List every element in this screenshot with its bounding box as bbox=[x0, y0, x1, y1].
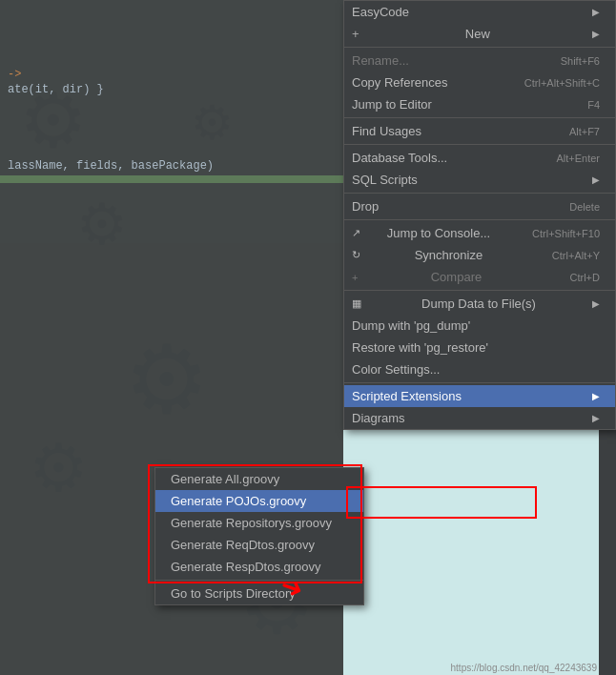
shortcut-label: Ctrl+Alt+Shift+C bbox=[524, 77, 600, 89]
menu-label: Drop bbox=[352, 199, 379, 214]
menu-item-find-usages[interactable]: Find Usages Alt+F7 bbox=[344, 120, 615, 142]
scripted-extensions-submenu: Generate All.groovy Generate POJOs.groov… bbox=[154, 467, 364, 605]
submenu-item-label: Go to Scripts Directory bbox=[171, 586, 296, 601]
menu-item-restore-pgrestore[interactable]: Restore with 'pg_restore' bbox=[344, 337, 615, 358]
menu-item-diagrams[interactable]: Diagrams ▶ bbox=[344, 407, 615, 429]
menu-label: Rename... bbox=[352, 53, 409, 68]
shortcut-label: Ctrl+Alt+Y bbox=[552, 250, 600, 261]
submenu-item-label: Generate Repositorys.groovy bbox=[171, 516, 332, 530]
menu-separator bbox=[344, 144, 615, 145]
menu-separator bbox=[344, 193, 615, 194]
submenu-arrow-icon: ▶ bbox=[592, 7, 600, 17]
jump-icon: ↗ bbox=[352, 227, 360, 239]
menu-label: Copy References bbox=[352, 75, 447, 90]
dump-icon: ▦ bbox=[352, 297, 361, 310]
menu-label: Restore with 'pg_restore' bbox=[352, 340, 488, 355]
plus-icon: + bbox=[352, 27, 359, 41]
menu-item-easycode[interactable]: EasyCode ▶ bbox=[344, 1, 615, 23]
menu-label: Dump Data to File(s) bbox=[421, 297, 536, 311]
code-line: -> bbox=[0, 67, 343, 82]
menu-item-scripted-extensions[interactable]: Scripted Extensions ▶ bbox=[344, 385, 615, 407]
menu-item-copy-references[interactable]: Copy References Ctrl+Alt+Shift+C bbox=[344, 72, 615, 93]
submenu-arrow-icon: ▶ bbox=[592, 29, 600, 39]
submenu-arrow-icon: ▶ bbox=[592, 174, 600, 185]
menu-label: New bbox=[465, 27, 490, 41]
submenu-arrow-icon: ▶ bbox=[592, 298, 600, 309]
menu-label: Database Tools... bbox=[352, 151, 447, 165]
menu-item-drop[interactable]: Drop Delete bbox=[344, 195, 615, 217]
submenu-item-label: Generate RespDtos.groovy bbox=[171, 560, 321, 574]
shortcut-label: Ctrl+D bbox=[570, 272, 600, 283]
menu-item-database-tools[interactable]: Database Tools... Alt+Enter bbox=[344, 147, 615, 169]
submenu-arrow-icon: ▶ bbox=[592, 391, 600, 401]
menu-label: SQL Scripts bbox=[352, 173, 418, 187]
submenu-item-label: Generate All.groovy bbox=[171, 472, 279, 486]
code-line: lassName, fields, basePackage) bbox=[0, 158, 343, 174]
menu-label: Synchronize bbox=[415, 248, 483, 262]
code-line bbox=[0, 97, 343, 112]
menu-item-dump-data[interactable]: ▦ Dump Data to File(s) ▶ bbox=[344, 293, 615, 315]
menu-item-dump-pgdump[interactable]: Dump with 'pg_dump' bbox=[344, 315, 615, 337]
submenu-item-generate-reqdtos[interactable]: Generate ReqDtos.groovy bbox=[155, 534, 363, 556]
menu-label: EasyCode bbox=[352, 5, 409, 19]
menu-label: Scripted Extensions bbox=[352, 389, 462, 403]
menu-item-rename[interactable]: Rename... Shift+F6 bbox=[344, 50, 615, 72]
menu-item-synchronize[interactable]: ↻ Synchronize Ctrl+Alt+Y bbox=[344, 244, 615, 266]
compare-icon: + bbox=[352, 272, 358, 283]
menu-separator bbox=[344, 47, 615, 48]
menu-item-color-settings[interactable]: Color Settings... bbox=[344, 358, 615, 380]
code-line bbox=[0, 143, 343, 158]
shortcut-label: F4 bbox=[587, 99, 600, 111]
menu-item-jump-to-console[interactable]: ↗ Jump to Console... Ctrl+Shift+F10 bbox=[344, 222, 615, 244]
menu-item-compare[interactable]: + Compare Ctrl+D bbox=[344, 266, 615, 288]
submenu-item-generate-respdtos[interactable]: Generate RespDtos.groovy bbox=[155, 556, 363, 578]
menu-separator bbox=[344, 290, 615, 291]
menu-label: Jump to Console... bbox=[387, 226, 490, 240]
submenu-arrow-icon: ▶ bbox=[592, 413, 600, 423]
sync-icon: ↻ bbox=[352, 249, 360, 261]
menu-label: Jump to Editor bbox=[352, 97, 432, 112]
code-line bbox=[0, 112, 343, 128]
code-line bbox=[0, 128, 343, 143]
menu-label: Dump with 'pg_dump' bbox=[352, 318, 470, 333]
submenu-item-generate-pojos[interactable]: Generate POJOs.groovy bbox=[155, 490, 363, 512]
menu-item-new[interactable]: + New ▶ bbox=[344, 23, 615, 45]
context-menu: EasyCode ▶ + New ▶ Rename... Shift+F6 Co… bbox=[343, 0, 616, 430]
menu-separator bbox=[344, 219, 615, 220]
shortcut-label: Ctrl+Shift+F10 bbox=[532, 228, 600, 239]
menu-separator bbox=[155, 580, 363, 581]
menu-label: Color Settings... bbox=[352, 362, 441, 377]
submenu-item-go-to-scripts[interactable]: Go to Scripts Directory bbox=[155, 583, 363, 604]
menu-label: Diagrams bbox=[352, 411, 405, 425]
url-bar: https://blog.csdn.net/qq_42243639 bbox=[451, 663, 597, 673]
menu-separator bbox=[344, 382, 615, 383]
menu-label: Compare bbox=[431, 270, 482, 284]
shortcut-label: Alt+F7 bbox=[569, 126, 600, 137]
menu-item-jump-to-editor[interactable]: Jump to Editor F4 bbox=[344, 93, 615, 115]
shortcut-label: Delete bbox=[569, 201, 600, 213]
menu-label: Find Usages bbox=[352, 124, 421, 138]
menu-separator bbox=[344, 117, 615, 118]
code-line: ate(it, dir) } bbox=[0, 82, 343, 97]
submenu-item-generate-repositorys[interactable]: Generate Repositorys.groovy bbox=[155, 512, 363, 534]
submenu-item-label: Generate ReqDtos.groovy bbox=[171, 538, 315, 552]
submenu-item-generate-all[interactable]: Generate All.groovy bbox=[155, 468, 363, 490]
menu-item-sql-scripts[interactable]: SQL Scripts ▶ bbox=[344, 169, 615, 191]
shortcut-label: Alt+Enter bbox=[556, 153, 600, 164]
submenu-item-label: Generate POJOs.groovy bbox=[171, 494, 306, 508]
shortcut-label: Shift+F6 bbox=[561, 55, 600, 67]
